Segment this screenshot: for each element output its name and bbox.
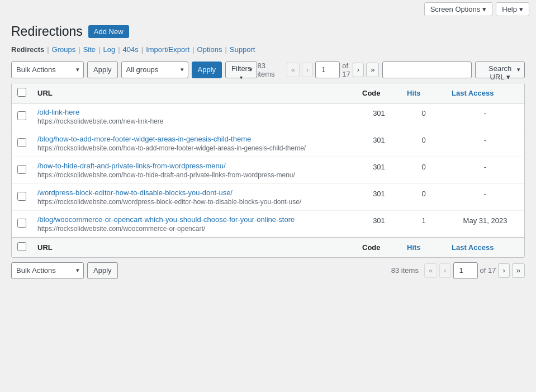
- pagination-top: « ‹ of 17 › »: [287, 62, 380, 78]
- row-checkbox-cell-4: [12, 210, 32, 237]
- apply-button-bottom[interactable]: Apply: [87, 262, 118, 279]
- apply-groups-button[interactable]: Apply: [192, 62, 222, 78]
- row-code-cell-1: 301: [357, 130, 401, 157]
- sep-4: |: [118, 45, 120, 54]
- footer-last-access[interactable]: Last Access: [446, 237, 524, 257]
- row-checkbox-3[interactable]: [17, 192, 26, 201]
- search-url-wrapper: Search URL ▾: [475, 62, 525, 78]
- main-content: Redirections Add New Redirects | Groups …: [0, 18, 536, 290]
- pag-next-button-top[interactable]: ›: [353, 63, 364, 77]
- row-checkbox-cell-0: [12, 103, 32, 130]
- table-row: /blog/woocommerce-or-opencart-which-you-…: [12, 210, 524, 237]
- pag-last-button-top[interactable]: »: [366, 63, 379, 77]
- row-last-access-cell-3: -: [446, 183, 524, 210]
- sep-7: |: [225, 45, 226, 54]
- pag-last-button-bottom[interactable]: »: [512, 263, 525, 278]
- bulk-actions-select-top[interactable]: Bulk Actions: [11, 62, 84, 78]
- table-row: /old-link-here https://rocksolidwebsite.…: [12, 103, 524, 130]
- row-hits-cell-1: 0: [401, 130, 446, 157]
- row-code-cell-0: 301: [357, 103, 401, 130]
- row-checkbox-cell-3: [12, 183, 32, 210]
- row-last-access-cell-1: -: [446, 130, 524, 157]
- row-checkbox-1[interactable]: [17, 138, 26, 147]
- row-url-dest-3: https://rocksolidwebsite.com/wordpress-b…: [37, 198, 351, 206]
- pag-prev-button-top[interactable]: ‹: [302, 63, 313, 77]
- pag-prev-button-bottom[interactable]: ‹: [439, 263, 450, 278]
- help-button[interactable]: Help ▾: [496, 2, 529, 16]
- row-checkbox-0[interactable]: [17, 111, 26, 120]
- row-url-cell-0: /old-link-here https://rocksolidwebsite.…: [32, 103, 357, 130]
- subnav-redirects[interactable]: Redirects: [11, 45, 44, 54]
- bottom-bar: Bulk Actions Apply 83 items « ‹ of 17 › …: [11, 262, 525, 279]
- table-row: /blog/how-to-add-more-footer-widget-area…: [12, 130, 524, 157]
- search-url-input[interactable]: [382, 62, 472, 78]
- select-all-checkbox-top[interactable]: [17, 88, 26, 97]
- add-new-button[interactable]: Add New: [88, 25, 129, 38]
- row-url-dest-2: https://rocksolidwebsite.com/how-to-hide…: [37, 171, 351, 179]
- sub-nav: Redirects | Groups | Site | Log | 404s |…: [11, 45, 525, 54]
- bottom-bar-right: 83 items « ‹ of 17 › »: [391, 262, 525, 279]
- row-url-path-0[interactable]: /old-link-here: [37, 108, 351, 116]
- sep-5: |: [141, 45, 143, 54]
- screen-options-label: Screen Options: [430, 5, 481, 13]
- row-checkbox-2[interactable]: [17, 165, 26, 174]
- filter-right: 83 items « ‹ of 17 › » Search URL: [257, 62, 525, 78]
- pag-of-bottom: of 17: [480, 266, 496, 275]
- bottom-bulk-actions-wrapper: Bulk Actions: [11, 262, 84, 279]
- top-filter-bar: Bulk Actions Apply All groups Apply Filt…: [11, 62, 525, 78]
- subnav-log[interactable]: Log: [103, 45, 115, 54]
- row-url-path-3[interactable]: /wordpress-block-editor-how-to-disable-b…: [37, 188, 351, 197]
- row-checkbox-4[interactable]: [17, 219, 26, 228]
- filters-button[interactable]: Filters ▾: [225, 62, 257, 78]
- footer-hits[interactable]: Hits: [401, 237, 446, 257]
- screen-options-chevron-icon: ▾: [482, 5, 486, 13]
- all-groups-select[interactable]: All groups: [121, 62, 188, 78]
- search-url-button[interactable]: Search URL ▾: [475, 62, 525, 78]
- row-url-path-1[interactable]: /blog/how-to-add-more-footer-widget-area…: [37, 135, 351, 143]
- select-all-checkbox-bottom[interactable]: [17, 242, 26, 251]
- filter-left: Bulk Actions Apply All groups Apply Filt…: [11, 62, 257, 78]
- header-url: URL: [32, 83, 357, 103]
- row-code-cell-4: 301: [357, 210, 401, 237]
- row-code-cell-3: 301: [357, 183, 401, 210]
- sep-3: |: [98, 45, 100, 54]
- filters-wrapper: Filters ▾: [225, 62, 257, 78]
- pag-first-button-bottom[interactable]: «: [424, 263, 437, 278]
- subnav-site[interactable]: Site: [83, 45, 96, 54]
- pagination-bottom: « ‹ of 17 › »: [424, 262, 525, 279]
- footer-code: Code: [357, 237, 401, 257]
- row-hits-cell-2: 0: [401, 157, 446, 183]
- table-footer-row: URL Code Hits Last Access: [12, 237, 524, 257]
- subnav-support[interactable]: Support: [230, 45, 255, 54]
- groups-wrapper: All groups: [121, 62, 188, 78]
- table-body: /old-link-here https://rocksolidwebsite.…: [12, 103, 524, 237]
- table-row: /how-to-hide-draft-and-private-links-fro…: [12, 157, 524, 183]
- subnav-groups[interactable]: Groups: [52, 45, 76, 54]
- redirections-table: URL Code Hits Last Access: [12, 83, 524, 257]
- row-last-access-cell-4: May 31, 2023: [446, 210, 524, 237]
- screen-options-button[interactable]: Screen Options ▾: [424, 2, 493, 16]
- subnav-404s[interactable]: 404s: [123, 45, 139, 54]
- pag-input-top[interactable]: [315, 62, 340, 78]
- subnav-import-export[interactable]: Import/Export: [146, 45, 189, 54]
- apply-button-top[interactable]: Apply: [87, 62, 118, 78]
- row-last-access-cell-2: -: [446, 157, 524, 183]
- row-url-cell-2: /how-to-hide-draft-and-private-links-fro…: [32, 157, 357, 183]
- header-checkbox-cell: [12, 83, 32, 103]
- bulk-actions-select-bottom[interactable]: Bulk Actions: [11, 262, 84, 279]
- subnav-options[interactable]: Options: [197, 45, 222, 54]
- search-url-chevron-icon: ▾: [506, 73, 510, 81]
- row-last-access-cell-0: -: [446, 103, 524, 130]
- row-url-path-2[interactable]: /how-to-hide-draft-and-private-links-fro…: [37, 162, 351, 170]
- row-url-path-4[interactable]: /blog/woocommerce-or-opencart-which-you-…: [37, 215, 351, 224]
- pag-input-bottom[interactable]: [453, 262, 478, 279]
- row-url-dest-0: https://rocksolidwebsite.com/new-link-he…: [37, 117, 351, 125]
- bottom-bar-left: Bulk Actions Apply: [11, 262, 118, 279]
- row-hits-cell-3: 0: [401, 183, 446, 210]
- pag-first-button-top[interactable]: «: [287, 63, 300, 77]
- header-code: Code: [357, 83, 401, 103]
- header-last-access[interactable]: Last Access: [446, 83, 524, 103]
- help-label: Help: [502, 5, 517, 13]
- header-hits[interactable]: Hits: [401, 83, 446, 103]
- pag-next-button-bottom[interactable]: ›: [498, 263, 509, 278]
